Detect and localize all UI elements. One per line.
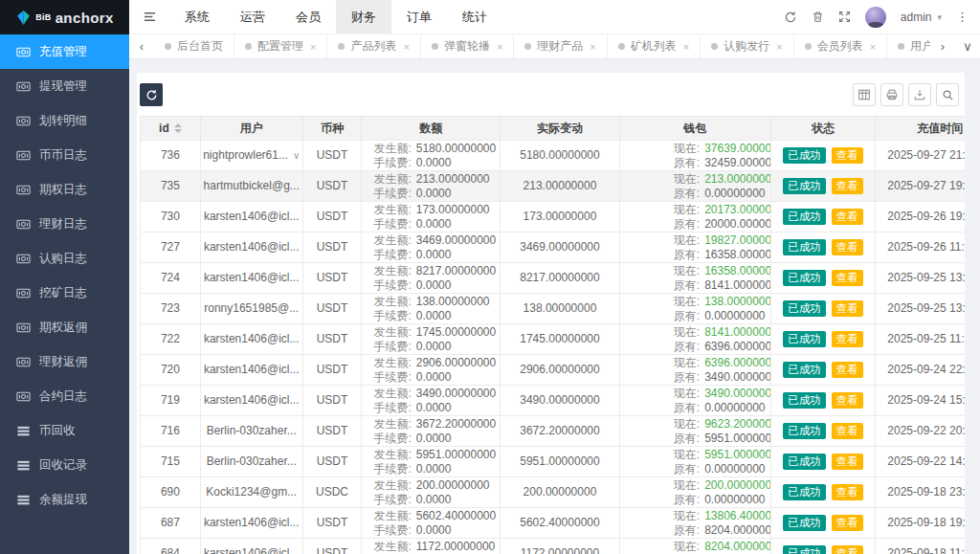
- view-button[interactable]: 查看: [832, 362, 863, 378]
- sidebar-item-11[interactable]: 合约日志: [0, 379, 129, 413]
- pair-label: 现在:: [674, 203, 700, 217]
- menu-item-5[interactable]: 订单: [391, 0, 447, 33]
- tab-2[interactable]: 配置管理×: [234, 34, 327, 58]
- trash-icon[interactable]: [812, 11, 824, 23]
- menu-item-1[interactable]: 系统: [169, 0, 225, 33]
- columns-button[interactable]: [853, 83, 876, 106]
- search-button[interactable]: [936, 83, 959, 106]
- menu-item-3[interactable]: 会员: [280, 0, 336, 33]
- tab-7[interactable]: 认购发行×: [701, 34, 793, 58]
- sidebar-item-9[interactable]: 期权返佣: [0, 310, 129, 344]
- refresh-icon[interactable]: [784, 11, 797, 24]
- view-button[interactable]: 查看: [832, 392, 863, 409]
- admin-username[interactable]: admin: [901, 11, 932, 24]
- sidebar-item-2[interactable]: 提现管理: [0, 69, 129, 103]
- pair-value: 2906.00000000: [416, 356, 496, 370]
- sidebar-item-8[interactable]: 挖矿日志: [0, 276, 129, 310]
- export-button[interactable]: [908, 83, 931, 106]
- pair-label: 现在:: [674, 233, 700, 248]
- menu-item-2[interactable]: 运营: [225, 0, 280, 33]
- view-button[interactable]: 查看: [832, 545, 863, 554]
- view-button[interactable]: 查看: [832, 178, 863, 194]
- label-value-pair: 现在:5951.00000000: [674, 448, 771, 462]
- pair-value: 0.0000: [416, 493, 452, 507]
- view-button[interactable]: 查看: [832, 270, 863, 286]
- more-options-icon[interactable]: ⋮: [956, 10, 969, 24]
- sidebar-item-1[interactable]: 充值管理: [0, 34, 129, 69]
- label-value-pair: 发生额:1745.00000000: [373, 325, 496, 340]
- pair-label: 手续费:: [373, 340, 411, 354]
- cell-amount: 发生额:5951.00000000手续费:0.0000: [362, 447, 501, 476]
- tab-close-icon[interactable]: ×: [310, 41, 316, 53]
- view-button[interactable]: 查看: [832, 484, 863, 500]
- sidebar-item-13[interactable]: 回收记录: [0, 448, 129, 482]
- cell-coin: USDT: [303, 447, 363, 476]
- chevron-down-icon[interactable]: ▾: [937, 12, 942, 22]
- view-button[interactable]: 查看: [832, 454, 863, 470]
- fullscreen-icon[interactable]: [838, 11, 851, 23]
- view-button[interactable]: 查看: [832, 239, 863, 255]
- sidebar-item-5[interactable]: 期权日志: [0, 172, 129, 207]
- sidebar-item-3[interactable]: 划转明细: [0, 103, 129, 138]
- app-logo: BiB anchorx: [0, 0, 129, 34]
- view-button[interactable]: 查看: [832, 515, 863, 531]
- sort-icon[interactable]: [174, 123, 182, 133]
- view-button[interactable]: 查看: [832, 423, 863, 439]
- tabs-prev-icon[interactable]: ‹: [129, 34, 154, 58]
- user-avatar[interactable]: [865, 7, 886, 28]
- sidebar-item-label: 期权返佣: [39, 320, 87, 336]
- tab-8[interactable]: 会员列表×: [794, 34, 887, 58]
- refresh-table-button[interactable]: [140, 83, 163, 106]
- column-header-6: 钱包: [620, 117, 771, 140]
- list-icon: [16, 458, 31, 473]
- tab-label: 用户认证: [910, 38, 930, 55]
- tab-close-icon[interactable]: ×: [683, 41, 689, 53]
- sidebar-item-label: 理财日志: [39, 216, 87, 233]
- tab-close-icon[interactable]: ×: [870, 41, 876, 53]
- pair-label: 原有:: [674, 340, 700, 354]
- sidebar-item-10[interactable]: 理财返佣: [0, 344, 129, 379]
- pair-label: 手续费:: [373, 523, 411, 538]
- view-button[interactable]: 查看: [832, 300, 863, 317]
- sidebar-item-6[interactable]: 理财日志: [0, 207, 129, 241]
- tab-4[interactable]: 弹窗轮播×: [421, 34, 514, 58]
- pair-label: 现在:: [674, 387, 700, 401]
- column-header-1[interactable]: id: [141, 117, 201, 140]
- tab-1[interactable]: 后台首页: [154, 34, 234, 58]
- tabs-collapse-icon[interactable]: ∨: [955, 34, 980, 58]
- tabs-next-icon[interactable]: ›: [930, 34, 955, 58]
- tab-label: 会员列表: [817, 38, 863, 55]
- cell-id: 716: [141, 416, 201, 446]
- table-row: 687karsten1406@icl...USDT发生额:5602.400000…: [141, 507, 965, 538]
- cell-time: 2025-09-25 13:: [876, 263, 965, 293]
- pair-value: 6396.00000000: [704, 356, 770, 370]
- pair-value: 0.0000: [416, 401, 452, 415]
- pair-value: 9623.20000000: [704, 417, 770, 432]
- sidebar-item-7[interactable]: 认购日志: [0, 241, 129, 276]
- menu-fold-icon[interactable]: [129, 0, 169, 34]
- print-button[interactable]: [880, 83, 903, 106]
- tab-close-icon[interactable]: ×: [776, 41, 782, 53]
- sidebar-item-4[interactable]: 币币日志: [0, 138, 129, 172]
- sidebar-item-14[interactable]: 余额提现: [0, 482, 129, 517]
- tab-3[interactable]: 产品列表×: [327, 34, 420, 58]
- menu-item-4[interactable]: 财务: [336, 0, 391, 33]
- tab-close-icon[interactable]: ×: [590, 41, 595, 53]
- pair-label: 现在:: [674, 478, 700, 493]
- tab-6[interactable]: 矿机列表×: [608, 34, 701, 58]
- cell-user: karsten1406@icl...: [201, 355, 303, 385]
- tab-close-icon[interactable]: ×: [497, 41, 502, 53]
- sidebar-item-label: 币回收: [39, 423, 76, 439]
- sidebar-item-12[interactable]: 币回收: [0, 413, 129, 448]
- view-button[interactable]: 查看: [832, 331, 863, 347]
- menu-item-6[interactable]: 统计: [447, 0, 502, 33]
- pair-label: 手续费:: [373, 187, 411, 201]
- view-button[interactable]: 查看: [832, 147, 863, 164]
- tab-close-icon[interactable]: ×: [403, 41, 409, 53]
- view-button[interactable]: 查看: [832, 209, 863, 225]
- tab-5[interactable]: 理财产品×: [514, 34, 607, 58]
- topbar-actions: admin ▾ ⋮: [784, 7, 980, 28]
- tab-9[interactable]: 用户认证×: [887, 34, 930, 58]
- chevron-down-icon[interactable]: ∨: [293, 148, 300, 163]
- money-icon: [16, 217, 31, 232]
